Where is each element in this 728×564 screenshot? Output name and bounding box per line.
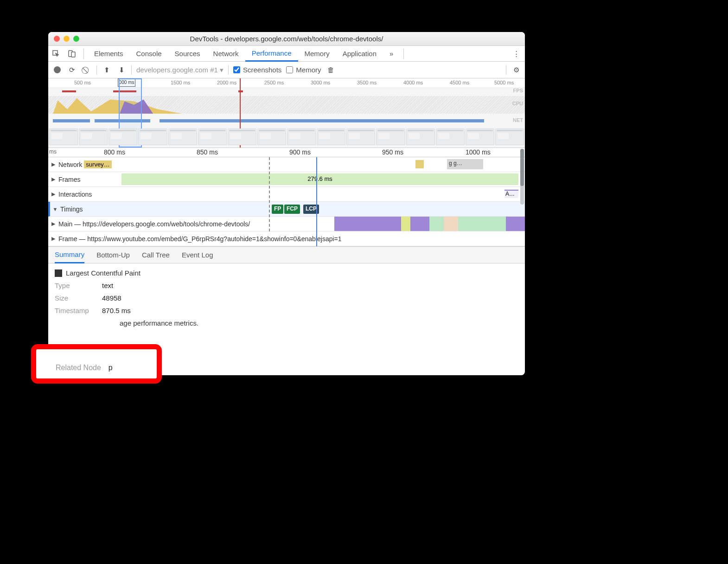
gear-icon[interactable]: ⚙ bbox=[511, 66, 521, 74]
related-node-value[interactable]: p bbox=[109, 364, 113, 372]
track-main[interactable]: ▶ Main — https://developers.google.com/w… bbox=[48, 217, 525, 231]
ruler-tick: 1500 ms bbox=[171, 80, 190, 85]
summary-heading: Largest Contentful Paint bbox=[55, 269, 518, 277]
screenshot-thumb[interactable] bbox=[287, 128, 316, 145]
chevron-down-icon: ▼ bbox=[52, 206, 58, 212]
screenshot-thumb[interactable] bbox=[346, 128, 375, 145]
inspect-icon[interactable] bbox=[51, 49, 61, 59]
screenshot-thumb[interactable] bbox=[317, 128, 345, 145]
track-interactions[interactable]: ▶ Interactions A… bbox=[48, 187, 525, 202]
details-subtabs: Summary Bottom-Up Call Tree Event Log bbox=[48, 247, 525, 263]
summary-row-type: Typetext bbox=[55, 282, 518, 289]
screenshots-checkbox[interactable] bbox=[233, 66, 240, 73]
tab-performance[interactable]: Performance bbox=[245, 46, 298, 62]
interaction-chip[interactable]: A… bbox=[504, 190, 518, 198]
summary-value: 870.5 ms bbox=[102, 307, 131, 314]
screenshot-thumb[interactable] bbox=[436, 128, 465, 145]
trash-icon[interactable]: 🗑 bbox=[326, 66, 336, 74]
recording-dropdown-label: developers.google.com #1 bbox=[136, 66, 218, 74]
memory-checkbox[interactable] bbox=[286, 66, 293, 73]
track-frames[interactable]: ▶ Frames 279.6 ms bbox=[48, 172, 525, 187]
separator bbox=[506, 65, 506, 75]
flamechart-tracks: ▶ Network survey… g g… ▶ Frames 279.6 ms… bbox=[48, 157, 525, 247]
titlebar: DevTools - developers.google.com/web/too… bbox=[48, 32, 525, 46]
tab-elements[interactable]: Elements bbox=[88, 46, 130, 61]
separator bbox=[96, 65, 97, 75]
subtab-calltree[interactable]: Call Tree bbox=[142, 247, 170, 263]
clear-button[interactable]: ⃠ bbox=[82, 66, 92, 74]
detail-scrollbar[interactable] bbox=[520, 149, 524, 156]
ruler-tick: 2500 ms bbox=[264, 80, 284, 85]
devtools-window: DevTools - developers.google.com/web/too… bbox=[48, 32, 525, 375]
separator bbox=[403, 49, 404, 59]
timing-fcp[interactable]: FCP bbox=[284, 205, 300, 214]
ruler-tick: 3000 ms bbox=[311, 80, 330, 85]
tab-sources[interactable]: Sources bbox=[168, 46, 207, 61]
tab-memory[interactable]: Memory bbox=[298, 46, 336, 61]
screenshot-thumb[interactable] bbox=[495, 128, 524, 145]
detail-ruler: ms 800 ms 850 ms 900 ms 950 ms 1000 ms bbox=[48, 148, 525, 157]
track-network[interactable]: ▶ Network survey… g g… bbox=[48, 157, 525, 172]
subtab-summary[interactable]: Summary bbox=[55, 247, 84, 263]
ruler-tick: 4500 ms bbox=[450, 80, 469, 85]
chevron-right-icon: ▶ bbox=[50, 191, 57, 197]
chevron-right-icon: ▶ bbox=[50, 236, 57, 242]
highlight-callout: Related Node p bbox=[31, 344, 162, 384]
track-label: Main — https://developers.google.com/web… bbox=[58, 220, 250, 228]
window-title: DevTools - developers.google.com/web/too… bbox=[48, 35, 525, 43]
network-request-chip[interactable]: g g… bbox=[447, 159, 483, 169]
network-request-chip[interactable] bbox=[415, 160, 424, 168]
tab-network[interactable]: Network bbox=[207, 46, 245, 61]
related-node-key: Related Node bbox=[56, 364, 101, 372]
screenshots-label: Screenshots bbox=[243, 66, 281, 74]
record-button[interactable] bbox=[52, 66, 62, 73]
device-icon[interactable] bbox=[67, 49, 77, 59]
screenshots-toggle[interactable]: Screenshots bbox=[233, 66, 281, 74]
overview-timeline[interactable]: 500 ms 1500 ms 2000 ms 2500 ms 3000 ms 3… bbox=[48, 78, 525, 148]
tracks-scrollbar[interactable] bbox=[520, 158, 524, 205]
screenshot-thumb[interactable] bbox=[49, 128, 78, 145]
summary-row-size: Size48958 bbox=[55, 294, 518, 302]
tab-console[interactable]: Console bbox=[130, 46, 168, 61]
download-icon[interactable]: ⬇ bbox=[116, 66, 127, 74]
network-request-chip[interactable]: survey… bbox=[84, 160, 111, 168]
cpu-label: CPU bbox=[512, 101, 523, 106]
screenshot-thumb[interactable] bbox=[79, 128, 108, 145]
screenshot-thumb[interactable] bbox=[228, 128, 256, 145]
tab-application[interactable]: Application bbox=[336, 46, 383, 61]
tab-more[interactable]: » bbox=[383, 46, 400, 61]
memory-toggle[interactable]: Memory bbox=[286, 66, 321, 74]
screenshot-thumb[interactable] bbox=[376, 128, 405, 145]
track-label: Interactions bbox=[58, 191, 92, 198]
screenshot-thumb[interactable] bbox=[109, 128, 137, 145]
screenshot-thumb[interactable] bbox=[257, 128, 286, 145]
screenshot-thumb[interactable] bbox=[138, 128, 167, 145]
upload-icon[interactable]: ⬆ bbox=[102, 66, 112, 74]
ruler-tick: 5000 ms bbox=[494, 80, 514, 85]
subtab-bottomup[interactable]: Bottom-Up bbox=[96, 247, 130, 263]
frame-bar[interactable]: 279.6 ms bbox=[121, 173, 518, 185]
track-label: Timings bbox=[60, 205, 83, 213]
separator bbox=[83, 49, 84, 59]
subtab-eventlog[interactable]: Event Log bbox=[182, 247, 213, 263]
screenshot-thumb[interactable] bbox=[168, 128, 197, 145]
ruler-tick: 4000 ms bbox=[403, 80, 423, 85]
track-frame[interactable]: ▶ Frame — https://www.youtube.com/embed/… bbox=[48, 231, 525, 246]
recording-dropdown[interactable]: developers.google.com #1 ▾ bbox=[136, 66, 224, 74]
kebab-icon[interactable]: ⋮ bbox=[511, 49, 521, 59]
ruler-tick: 950 ms bbox=[382, 148, 403, 156]
reload-button[interactable]: ⟳ bbox=[67, 66, 77, 74]
timing-fp[interactable]: FP bbox=[272, 205, 283, 214]
fps-label: FPS bbox=[513, 88, 523, 93]
ruler-tick: 3500 ms bbox=[357, 80, 377, 85]
screenshot-thumb[interactable] bbox=[466, 128, 494, 145]
ruler-tick: 900 ms bbox=[289, 148, 311, 156]
screenshot-thumb[interactable] bbox=[406, 128, 435, 145]
chevron-right-icon: ▶ bbox=[50, 176, 57, 182]
summary-key: Type bbox=[55, 282, 96, 289]
screenshot-strip bbox=[48, 128, 525, 145]
track-timings[interactable]: ▼ Timings FP FCP LCP bbox=[48, 202, 525, 217]
summary-title: Largest Contentful Paint bbox=[66, 269, 140, 277]
screenshot-thumb[interactable] bbox=[198, 128, 227, 145]
ruler-tick: 850 ms bbox=[197, 148, 218, 156]
